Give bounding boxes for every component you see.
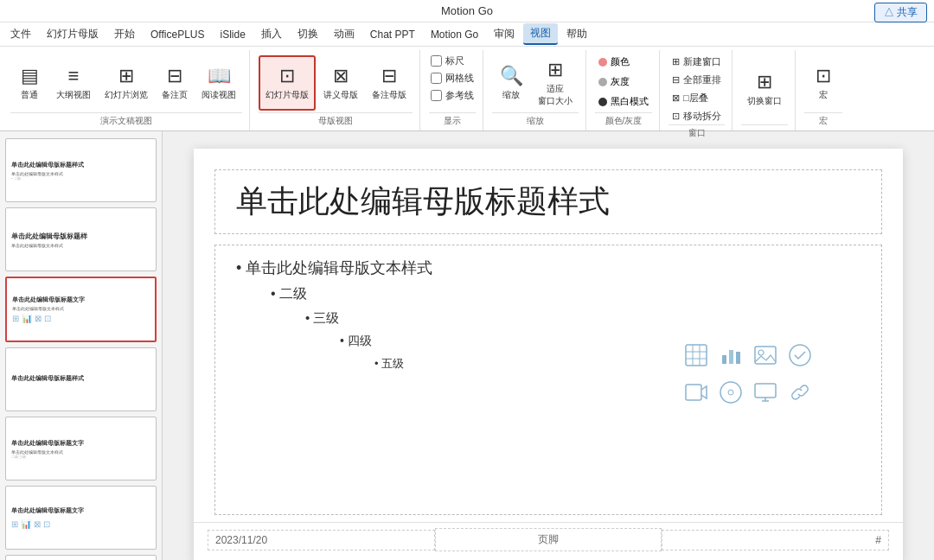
menu-item-插入[interactable]: 插入 bbox=[254, 24, 289, 44]
table-icon bbox=[684, 343, 708, 373]
window-buttons: ⊞新建窗口 ⊟全部重排 ⊠□层叠 ⊡移动拆分 bbox=[669, 54, 725, 124]
thumb-title-3: 单击此处编辑母版标题文字 bbox=[12, 296, 150, 304]
slide-thumb-6[interactable]: 6 单击此处编辑母版标题文字 ⊞ 📊 ⊠ ⊡ bbox=[5, 486, 157, 550]
menu-item-幻灯片母版[interactable]: 幻灯片母版 bbox=[40, 24, 106, 44]
guides-checkbox[interactable] bbox=[431, 90, 442, 101]
outline-view-button[interactable]: ≡ 大纲视图 bbox=[50, 55, 97, 111]
menu-item-开始[interactable]: 开始 bbox=[107, 24, 142, 44]
slidesorter-button[interactable]: ⊞ 幻灯片浏览 bbox=[99, 55, 154, 111]
slidesorter-icon: ⊞ bbox=[118, 65, 134, 87]
switch-window-button[interactable]: ⊞ 切换窗口 bbox=[741, 61, 788, 117]
thumb-text-2: 单击此处编辑母版文本样式 bbox=[11, 243, 150, 248]
notes-page-icon: ⊟ bbox=[167, 65, 182, 87]
svg-rect-6 bbox=[729, 350, 733, 364]
thumb-title-5: 单击此处编辑母版标题文字 bbox=[11, 439, 150, 448]
fit-window-button[interactable]: ⊞ 适应窗口大小 bbox=[532, 55, 579, 111]
handout-master-button[interactable]: ⊠ 讲义母版 bbox=[317, 55, 364, 111]
macro-button[interactable]: ⊡ 宏 bbox=[804, 55, 842, 111]
slide-thumb-inner-1: 单击此处编辑母版标题样式 单击此处编辑母版文本样式 • 二级 bbox=[8, 141, 154, 200]
content-l1: • 单击此处编辑母版文本样式 bbox=[236, 258, 860, 278]
split-pane-label: 移动拆分 bbox=[683, 110, 721, 123]
group-label-show: 显示 bbox=[429, 112, 476, 127]
slide-main-title: 单击此处编辑母版标题样式 bbox=[236, 181, 860, 223]
menu-item-视图[interactable]: 视图 bbox=[523, 23, 558, 45]
ruler-checkbox[interactable] bbox=[431, 55, 442, 67]
new-window-icon: ⊞ bbox=[672, 56, 680, 67]
svg-point-12 bbox=[720, 382, 741, 403]
thumb-icons-3: ⊞ 📊 ⊠ ⊡ bbox=[12, 314, 150, 323]
menu-item-切换[interactable]: 切换 bbox=[291, 24, 325, 44]
color-mode-button[interactable]: 颜色 bbox=[595, 54, 633, 70]
guides-checkbox-row[interactable]: 参考线 bbox=[429, 88, 476, 103]
svg-point-9 bbox=[758, 350, 764, 355]
group-label-color: 颜色/灰度 bbox=[595, 112, 652, 127]
menu-item-iSlide[interactable]: iSlide bbox=[213, 26, 252, 43]
icons-row-1 bbox=[684, 343, 812, 373]
menu-item-OfficePLUS[interactable]: OfficePLUS bbox=[144, 26, 211, 43]
share-button[interactable]: △ 共享 bbox=[874, 3, 927, 22]
arrange-all-label: 全部重排 bbox=[683, 73, 721, 86]
slide-thumb-3[interactable]: 3 单击此处编辑母版标题文字 单击此处编辑母版文本样式 ⊞ 📊 ⊠ ⊡ bbox=[5, 277, 157, 342]
arrange-all-icon: ⊟ bbox=[672, 74, 680, 86]
ribbon-content: ▤ 普通 ≡ 大纲视图 ⊞ 幻灯片浏览 ⊟ 备注页 📖 阅读视图 bbox=[0, 47, 934, 130]
notes-master-button[interactable]: ⊟ 备注母版 bbox=[366, 55, 413, 111]
slide-thumb-2[interactable]: 2 单击此处编辑母版标题样 单击此处编辑母版文本样式 bbox=[5, 207, 157, 271]
menu-item-帮助[interactable]: 帮助 bbox=[560, 24, 594, 44]
ruler-checkbox-row[interactable]: 标尺 bbox=[429, 54, 466, 68]
menu-item-文件[interactable]: 文件 bbox=[3, 24, 38, 44]
content-l2: • 二级 bbox=[271, 285, 860, 303]
reading-view-button[interactable]: 📖 阅读视图 bbox=[195, 55, 242, 111]
zoom-button[interactable]: 🔍 缩放 bbox=[492, 55, 530, 111]
content-area[interactable]: • 单击此处编辑母版文本样式 • 二级 • 三级 • 四级 • 五级 bbox=[214, 245, 882, 515]
slide-thumb-1[interactable]: 1 单击此处编辑母版标题样式 单击此处编辑母版文本样式 • 二级 bbox=[5, 138, 157, 202]
slide-thumb-7[interactable]: 7 单击此处编辑母版标题样式 bbox=[5, 555, 157, 560]
main-area: 1 单击此处编辑母版标题样式 单击此处编辑母版文本样式 • 二级 2 单击此处编… bbox=[0, 131, 934, 560]
link-icon bbox=[788, 380, 812, 410]
notes-page-button[interactable]: ⊟ 备注页 bbox=[156, 55, 194, 111]
grayscale-button[interactable]: 灰度 bbox=[595, 73, 633, 90]
notes-page-label: 备注页 bbox=[162, 89, 188, 101]
cascade-label: □层叠 bbox=[683, 92, 708, 105]
thumb-text-3: 单击此处编辑母版文本样式 bbox=[12, 306, 150, 311]
gridlines-checkbox[interactable] bbox=[431, 73, 442, 84]
reading-view-icon: 📖 bbox=[208, 65, 231, 87]
thumb-icon-6-4: ⊡ bbox=[43, 519, 50, 529]
normal-view-button[interactable]: ▤ 普通 bbox=[10, 55, 48, 111]
slide-thumb-inner-3: 单击此处编辑母版标题文字 单击此处编辑母版文本样式 ⊞ 📊 ⊠ ⊡ bbox=[9, 280, 153, 339]
slide-thumb-inner-6: 单击此处编辑母版标题文字 ⊞ 📊 ⊠ ⊡ bbox=[8, 488, 154, 547]
cascade-icon: ⊠ bbox=[672, 92, 680, 104]
thumb-icon-6-2: 📊 bbox=[21, 519, 31, 529]
app-title: Motion Go bbox=[441, 4, 493, 17]
cascade-button[interactable]: ⊠□层叠 bbox=[669, 90, 712, 106]
menu-item-动画[interactable]: 动画 bbox=[327, 24, 361, 44]
split-pane-icon: ⊡ bbox=[672, 111, 680, 122]
reading-view-label: 阅读视图 bbox=[202, 89, 236, 101]
thumb-icon-3-1: ⊞ bbox=[12, 314, 19, 323]
split-pane-button[interactable]: ⊡移动拆分 bbox=[669, 108, 725, 124]
audio-icon bbox=[719, 380, 743, 410]
svg-rect-8 bbox=[755, 347, 776, 364]
menu-item-Motion Go[interactable]: Motion Go bbox=[424, 26, 485, 43]
ribbon-group-presentation-views: ▤ 普通 ≡ 大纲视图 ⊞ 幻灯片浏览 ⊟ 备注页 📖 阅读视图 bbox=[3, 50, 250, 130]
image-icon bbox=[753, 343, 777, 373]
menu-item-Chat PPT[interactable]: Chat PPT bbox=[363, 26, 422, 43]
menu-bar: 文件幻灯片母版开始OfficePLUSiSlide插入切换动画Chat PPTM… bbox=[0, 22, 934, 47]
switch-window-label: 切换窗口 bbox=[747, 95, 782, 107]
group-label-master: 母版视图 bbox=[259, 112, 413, 127]
slide-thumb-4[interactable]: 4 单击此处编辑母版标题样式 bbox=[5, 347, 157, 411]
handout-master-icon: ⊠ bbox=[333, 65, 349, 87]
ribbon-group-show: 标尺 网格线 参考线 显示 bbox=[422, 50, 483, 130]
blackwhite-button[interactable]: 黑白模式 bbox=[595, 93, 652, 110]
gridlines-checkbox-row[interactable]: 网格线 bbox=[429, 71, 476, 86]
slide-thumb-inner-4: 单击此处编辑母版标题样式 bbox=[8, 350, 154, 409]
video-icon bbox=[684, 380, 708, 410]
title-bar: Motion Go △ 共享 bbox=[0, 0, 934, 22]
slide-master-button[interactable]: ⊡ 幻灯片母版 bbox=[259, 55, 316, 111]
arrange-all-button[interactable]: ⊟全部重排 bbox=[669, 72, 725, 88]
svg-point-13 bbox=[728, 390, 733, 395]
slide-footer: 2023/11/20 页脚 # bbox=[194, 522, 903, 557]
title-area[interactable]: 单击此处编辑母版标题样式 bbox=[214, 169, 882, 234]
slide-thumb-5[interactable]: 5 单击此处编辑母版标题文字 单击此处编辑母版文本样式 二级 三级 bbox=[5, 417, 157, 480]
menu-item-审阅[interactable]: 审阅 bbox=[487, 24, 521, 44]
new-window-button[interactable]: ⊞新建窗口 bbox=[669, 54, 725, 70]
